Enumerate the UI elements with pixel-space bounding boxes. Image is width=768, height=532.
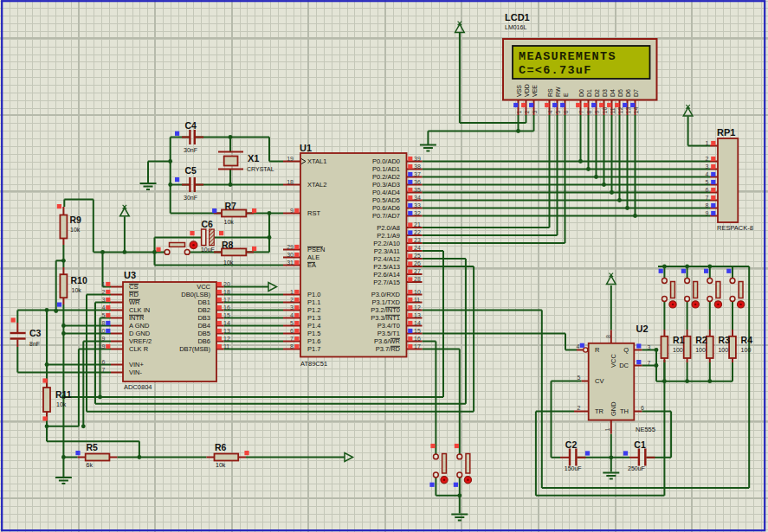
svg-text:11: 11: [414, 297, 420, 303]
svg-text:P2.0/A8: P2.0/A8: [377, 224, 400, 232]
svg-text:P1.1: P1.1: [307, 298, 320, 306]
svg-text:18: 18: [287, 179, 294, 185]
svg-text:4: 4: [290, 312, 294, 318]
svg-text:R7: R7: [225, 201, 237, 211]
svg-text:9: 9: [102, 336, 106, 342]
svg-text:10k: 10k: [224, 219, 235, 225]
svg-text:7: 7: [648, 360, 651, 366]
svg-text:C6: C6: [202, 219, 214, 229]
svg-text:DB7(MSB): DB7(MSB): [179, 345, 210, 353]
svg-text:3: 3: [532, 111, 538, 114]
svg-text:1: 1: [706, 140, 709, 146]
svg-text:28: 28: [414, 276, 421, 282]
svg-text:VCC: VCC: [197, 283, 210, 291]
svg-text:6: 6: [641, 405, 644, 411]
svg-text:100: 100: [718, 347, 728, 353]
svg-text:ALE: ALE: [307, 253, 319, 261]
svg-text:100: 100: [695, 347, 706, 353]
svg-text:P2.5/A13: P2.5/A13: [373, 263, 400, 271]
svg-text:D7: D7: [633, 89, 639, 97]
svg-text:XTAL1: XTAL1: [307, 157, 326, 165]
svg-text:2: 2: [524, 111, 530, 114]
svg-text:AT89C51: AT89C51: [300, 360, 327, 368]
svg-text:3: 3: [102, 297, 106, 303]
svg-text:9: 9: [594, 111, 600, 114]
svg-text:5: 5: [706, 179, 709, 185]
svg-text:P3.5/T1: P3.5/T1: [378, 330, 400, 337]
svg-text:3: 3: [648, 344, 651, 350]
svg-text:12: 12: [223, 336, 230, 342]
svg-text:29: 29: [287, 244, 294, 250]
svg-text:11: 11: [223, 343, 229, 349]
svg-text:5: 5: [578, 375, 581, 381]
svg-text:RST: RST: [307, 209, 320, 217]
svg-text:2: 2: [706, 156, 709, 162]
svg-text:DB0(LSB): DB0(LSB): [181, 291, 210, 298]
svg-text:VIN+: VIN+: [129, 361, 145, 369]
svg-text:30nF: 30nF: [184, 147, 197, 153]
svg-text:CRYSTAL: CRYSTAL: [247, 166, 274, 172]
svg-text:R11: R11: [55, 389, 72, 400]
svg-text:10k: 10k: [223, 260, 234, 266]
svg-text:RP1: RP1: [717, 127, 735, 138]
svg-text:13: 13: [414, 312, 421, 318]
svg-text:39: 39: [414, 156, 421, 162]
svg-text:D0: D0: [578, 89, 584, 97]
svg-text:DB6: DB6: [197, 337, 210, 345]
svg-text:Q: Q: [623, 346, 629, 354]
svg-text:5: 5: [290, 320, 294, 326]
svg-text:P2.4/A12: P2.4/A12: [373, 255, 400, 263]
svg-text:P1.6: P1.6: [307, 337, 320, 345]
svg-text:P1.4: P1.4: [307, 322, 320, 330]
svg-text:LCD1: LCD1: [505, 12, 530, 22]
svg-text:9: 9: [290, 208, 294, 214]
svg-text:P1.0: P1.0: [307, 291, 320, 298]
svg-text:37: 37: [414, 171, 421, 177]
svg-text:RESPACK-8: RESPACK-8: [717, 224, 753, 232]
svg-text:3: 3: [706, 163, 709, 170]
svg-text:VIN-: VIN-: [129, 369, 143, 376]
svg-text:10k: 10k: [56, 401, 67, 407]
svg-text:P1.3: P1.3: [307, 314, 320, 322]
svg-text:36: 36: [414, 179, 421, 185]
svg-text:4: 4: [576, 343, 579, 349]
svg-text:19: 19: [287, 156, 294, 162]
svg-text:8nF: 8nF: [29, 341, 40, 347]
svg-text:P0.3/AD3: P0.3/AD3: [372, 181, 400, 189]
svg-text:P1.5: P1.5: [307, 330, 320, 337]
svg-text:TR: TR: [595, 407, 604, 415]
svg-text:1: 1: [516, 111, 522, 114]
svg-text:23: 23: [414, 237, 421, 243]
svg-text:8: 8: [290, 343, 294, 349]
svg-text:32: 32: [414, 210, 421, 216]
svg-text:U2: U2: [636, 324, 649, 334]
svg-text:P3.4/T0: P3.4/T0: [378, 322, 400, 330]
svg-text:14: 14: [633, 107, 639, 114]
svg-text:30: 30: [287, 252, 294, 258]
svg-text:P2.3/A11: P2.3/A11: [374, 247, 400, 255]
svg-text:D3: D3: [602, 89, 608, 97]
svg-text:XTAL2: XTAL2: [307, 181, 326, 189]
svg-text:P0.4/AD4: P0.4/AD4: [372, 189, 400, 196]
svg-text:7: 7: [706, 195, 709, 201]
svg-text:5: 5: [555, 111, 561, 114]
svg-text:RS: RS: [547, 88, 553, 97]
svg-text:VCC: VCC: [610, 354, 617, 368]
svg-text:10: 10: [99, 328, 106, 334]
svg-text:P3.1/TXD: P3.1/TXD: [371, 298, 400, 306]
svg-text:P0.5/AD5: P0.5/AD5: [372, 196, 400, 204]
svg-text:R10: R10: [71, 275, 87, 285]
svg-text:U3: U3: [124, 270, 136, 280]
svg-text:19: 19: [99, 343, 106, 349]
svg-text:R9: R9: [70, 215, 82, 225]
svg-text:VEE: VEE: [532, 85, 538, 97]
svg-text:NE555: NE555: [636, 426, 655, 433]
svg-text:P2.7/A15: P2.7/A15: [373, 279, 400, 286]
svg-text:D1: D1: [586, 89, 592, 97]
svg-text:P1.2: P1.2: [307, 306, 320, 314]
svg-text:12: 12: [617, 107, 623, 114]
svg-text:U1: U1: [300, 143, 312, 153]
svg-text:24: 24: [414, 245, 421, 251]
svg-text:LM016L: LM016L: [505, 24, 526, 30]
svg-text:TH: TH: [620, 407, 629, 415]
